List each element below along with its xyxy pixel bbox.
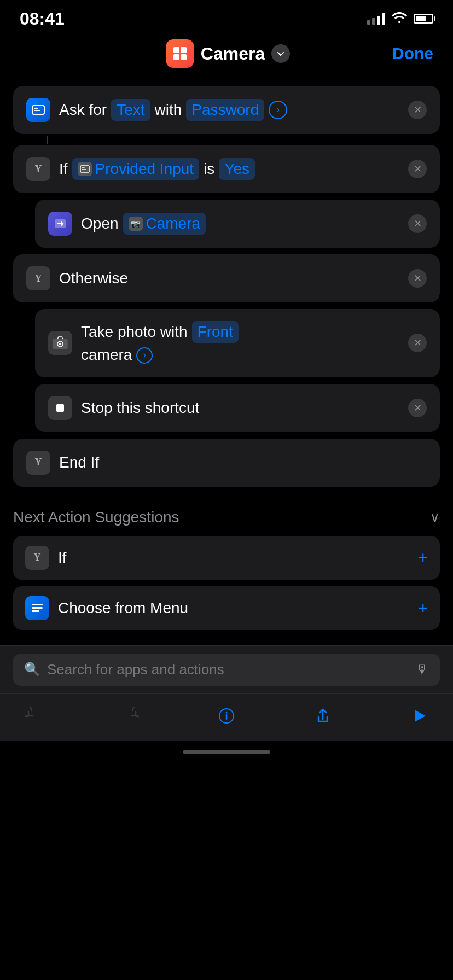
share-button[interactable] (309, 702, 337, 730)
if-icon: Y (26, 157, 50, 181)
status-time: 08:41 (20, 9, 65, 29)
done-button[interactable]: Done (392, 44, 433, 63)
end-if-label: End If (59, 453, 99, 472)
nav-header: Camera Done (0, 33, 453, 78)
camera-label: camera (81, 345, 132, 365)
svg-rect-14 (56, 404, 64, 412)
remove-open-camera-button[interactable]: ✕ (408, 214, 427, 233)
suggestions-section: Next Action Suggestions ∨ Y If + Choose … (0, 493, 453, 645)
camera-token[interactable]: 📷 Camera (123, 213, 206, 235)
search-bar: 🔍 🎙 (13, 654, 440, 686)
front-token[interactable]: Front (192, 321, 239, 343)
if-label: If (59, 159, 68, 179)
action-if-condition: Y If Provided Input is Yes ✕ (13, 145, 440, 193)
svg-rect-0 (173, 47, 179, 53)
nav-title-area: Camera (166, 39, 290, 68)
remove-take-photo-button[interactable]: ✕ (408, 334, 427, 352)
open-camera-content: Open 📷 Camera (81, 213, 399, 235)
suggestions-title: Next Action Suggestions (13, 509, 179, 526)
password-token[interactable]: Password (186, 99, 264, 121)
remove-otherwise-button[interactable]: ✕ (408, 269, 427, 288)
search-input[interactable] (47, 661, 409, 678)
suggestion-if-left: Y If (25, 546, 67, 570)
take-photo-content: Take photo with Front camera › (81, 321, 399, 365)
suggestion-choose-left: Choose from Menu (25, 596, 188, 620)
camera-token-icon: 📷 (129, 217, 143, 231)
provided-input-token[interactable]: Provided Input (72, 158, 200, 180)
suggestion-choose-icon (25, 596, 49, 620)
home-bar (183, 750, 270, 754)
end-if-content: End If (59, 453, 427, 472)
take-photo-expand-icon[interactable]: › (136, 347, 153, 364)
suggestion-if-label: If (58, 549, 67, 567)
status-icons (367, 11, 433, 26)
take-photo-label: Take photo with (81, 322, 188, 342)
suggestion-choose-menu[interactable]: Choose from Menu + (13, 586, 440, 630)
wifi-icon (392, 11, 407, 26)
suggestion-choose-label: Choose from Menu (58, 599, 188, 617)
provided-input-icon (78, 162, 92, 176)
action-ask-for-text: Ask for Text with Password › ✕ (13, 86, 440, 134)
suggestions-header: Next Action Suggestions ∨ (13, 509, 440, 526)
open-icon (48, 212, 72, 236)
home-indicator (0, 741, 453, 763)
remove-stop-button[interactable]: ✕ (408, 399, 427, 417)
otherwise-content: Otherwise (59, 269, 399, 288)
svg-point-13 (59, 343, 61, 345)
svg-point-20 (226, 711, 228, 713)
suggestion-if-add-icon[interactable]: + (418, 549, 428, 567)
open-label: Open (81, 214, 119, 234)
action-otherwise: Y Otherwise ✕ (13, 254, 440, 302)
text-token[interactable]: Text (111, 99, 150, 121)
info-button[interactable] (212, 702, 241, 730)
action-end-if: Y End If (13, 439, 440, 487)
if-condition-content: If Provided Input is Yes (59, 158, 399, 180)
with-label: with (155, 100, 182, 120)
svg-rect-3 (181, 54, 187, 60)
stop-label: Stop this shortcut (81, 398, 199, 418)
remove-if-button[interactable]: ✕ (408, 160, 427, 178)
search-icon: 🔍 (24, 662, 40, 677)
suggestion-if[interactable]: Y If + (13, 536, 440, 580)
actions-list: Ask for Text with Password › ✕ Y If (0, 86, 453, 487)
title-dropdown-button[interactable] (271, 44, 290, 63)
shortcut-icon (166, 39, 194, 68)
svg-marker-21 (415, 710, 426, 722)
svg-rect-15 (32, 604, 43, 605)
header-divider (0, 78, 453, 78)
is-label: is (204, 159, 214, 179)
play-button[interactable] (405, 702, 433, 730)
action-open-camera: Open 📷 Camera ✕ (35, 200, 440, 248)
action-stop-shortcut: Stop this shortcut ✕ (35, 384, 440, 432)
take-photo-icon (48, 331, 72, 355)
redo-button[interactable] (116, 702, 144, 730)
bottom-toolbar (0, 693, 453, 741)
battery-icon (414, 14, 433, 24)
svg-rect-7 (80, 166, 89, 172)
svg-rect-1 (181, 47, 187, 53)
ask-for-icon (26, 98, 50, 122)
stop-shortcut-content: Stop this shortcut (81, 398, 399, 418)
svg-rect-17 (32, 610, 39, 612)
mic-icon[interactable]: 🎙 (416, 662, 429, 677)
svg-rect-2 (173, 54, 179, 60)
stop-icon (48, 396, 72, 420)
suggestion-choose-add-icon[interactable]: + (418, 599, 428, 617)
undo-button[interactable] (20, 702, 48, 730)
page-title: Camera (201, 44, 265, 64)
action-take-photo: Take photo with Front camera › ✕ (35, 309, 440, 377)
end-if-icon: Y (26, 451, 50, 475)
suggestion-if-icon: Y (25, 546, 49, 570)
ask-for-text-content: Ask for Text with Password › (59, 99, 399, 121)
suggestions-chevron-icon[interactable]: ∨ (430, 510, 440, 525)
otherwise-label: Otherwise (59, 269, 128, 288)
ask-for-label: Ask for (59, 100, 107, 120)
expand-icon[interactable]: › (269, 101, 287, 119)
svg-rect-16 (32, 607, 43, 609)
signal-icon (367, 13, 385, 25)
yes-token[interactable]: Yes (219, 158, 255, 180)
status-bar: 08:41 (0, 0, 453, 33)
search-container: 🔍 🎙 (0, 645, 453, 693)
otherwise-icon: Y (26, 266, 50, 290)
remove-ask-for-button[interactable]: ✕ (408, 101, 427, 119)
